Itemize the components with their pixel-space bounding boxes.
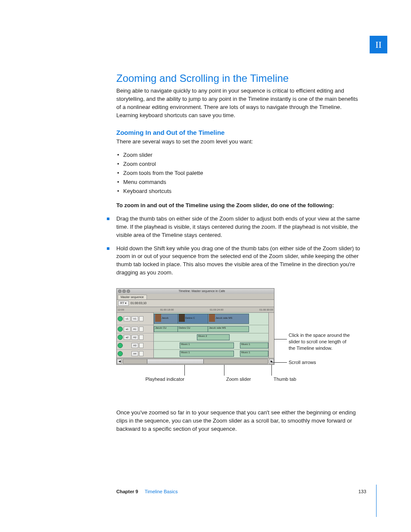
steps-list: Drag the thumb tabs on either side of th…: [106, 212, 364, 280]
audio-clip[interactable]: Jacob side MS: [208, 326, 249, 332]
step-item: Drag the thumb tabs on either side of th…: [106, 212, 364, 242]
audio-clip[interactable]: Music 1: [240, 342, 268, 348]
track-dest-a2[interactable]: A2: [131, 335, 138, 340]
vertical-scroll[interactable]: [269, 313, 274, 358]
audio-clip[interactable]: Jacob CU: [154, 326, 180, 332]
track-source-a2[interactable]: a2: [124, 335, 131, 340]
callout-leader: [271, 365, 272, 376]
timeline-toolbar: RT ▾ 01:00:03;10: [117, 300, 274, 307]
chapter-title: Timeline Basics: [145, 489, 178, 494]
rt-menu[interactable]: RT ▾: [118, 301, 129, 306]
audio-clip[interactable]: Music 1: [180, 351, 234, 357]
scroll-right-arrow[interactable]: ▶: [269, 359, 274, 364]
close-icon[interactable]: [118, 289, 121, 293]
track-header-a4[interactable]: A4: [117, 350, 153, 358]
visibility-toggle[interactable]: [118, 351, 123, 356]
lock-icon[interactable]: [139, 335, 143, 340]
side-rule: [376, 485, 377, 517]
list-item: Menu commands: [117, 177, 364, 187]
track-dest-a1[interactable]: A1: [131, 327, 138, 332]
audio-lane-a3[interactable]: Music 1 Music 1: [154, 342, 268, 350]
callout-leader: [274, 339, 287, 339]
titlebar: Timeline: Master sequence in Cafe: [117, 289, 274, 294]
audio-clip[interactable]: Music 2: [197, 334, 230, 340]
audio-lane-a2[interactable]: Music 2: [154, 333, 268, 342]
subheading: Zooming In and Out of the Timeline: [116, 129, 364, 136]
video-clip[interactable]: Jacob: [154, 314, 180, 324]
ruler-tick: 12:00: [118, 308, 124, 311]
audio-clip[interactable]: Music 1: [180, 342, 234, 348]
timeline-window: Timeline: Master sequence in Cafe Master…: [116, 288, 274, 365]
zoom-slider-track[interactable]: [123, 359, 268, 364]
time-ruler[interactable]: 12:00 01:00:18:00 01:00:24:00 01:00:30:0…: [117, 307, 274, 313]
track-header-a1[interactable]: a1 A1: [117, 325, 153, 333]
zoom-methods-list: Zoom slider Zoom control Zoom tools from…: [117, 150, 364, 196]
section-tab: II: [370, 36, 387, 53]
track-dest-a4[interactable]: A4: [131, 351, 138, 356]
audio-lane-a1[interactable]: Jacob CU Debra CU Jacob side MS: [154, 325, 268, 333]
callout-label: Thumb tab: [274, 376, 296, 382]
page-title: Zooming and Scrolling in the Timeline: [116, 72, 364, 84]
page-footer: Chapter 9 Timeline Basics 133: [116, 489, 366, 494]
video-lane-v1[interactable]: Jacob Debra C Jacob side MS: [154, 313, 268, 325]
list-item: Zoom control: [117, 159, 364, 168]
timecode-display[interactable]: 01:00:03;10: [131, 302, 146, 305]
track-source-a1[interactable]: a1: [124, 327, 131, 332]
list-item: Zoom tools from the Tool palette: [117, 168, 364, 177]
list-item: Keyboard shortcuts: [117, 187, 364, 196]
visibility-toggle[interactable]: [118, 316, 123, 321]
zoom-icon[interactable]: [127, 289, 130, 293]
lock-icon[interactable]: [139, 327, 143, 332]
audio-lane-a4[interactable]: Music 1 Music 1: [154, 350, 268, 358]
ruler-tick: 01:00:30:00: [259, 308, 273, 311]
clip-area[interactable]: Jacob Debra C Jacob side MS Jacob CU Deb…: [154, 313, 269, 358]
scroll-left-arrow[interactable]: ◀: [117, 359, 122, 364]
sequence-tab[interactable]: Master sequence: [118, 295, 147, 299]
audio-clip[interactable]: Music 1: [240, 351, 268, 357]
minimize-icon[interactable]: [122, 289, 126, 293]
callout-text: Scroll arrows: [289, 359, 353, 366]
audio-clip[interactable]: Debra CU: [177, 326, 210, 332]
track-header-v1[interactable]: v1 V1: [117, 313, 153, 325]
callout-leader: [224, 365, 224, 376]
timeline-bottom-bar: ◀ ▶: [117, 358, 274, 364]
video-clip[interactable]: Debra C: [177, 314, 210, 324]
track-source-v1[interactable]: v1: [124, 316, 131, 321]
callout-text: Click in the space around the slider to …: [289, 332, 353, 352]
track-dest-v1[interactable]: V1: [131, 316, 138, 321]
callout-label: Zoom slider: [226, 376, 251, 382]
timeline-figure: Timeline: Master sequence in Cafe Master…: [116, 288, 364, 404]
instruction-heading: To zoom in and out of the Timeline using…: [116, 202, 364, 210]
lock-icon[interactable]: [139, 343, 143, 348]
list-item: Zoom slider: [117, 150, 364, 159]
sub-intro: There are several ways to set the zoom l…: [116, 138, 364, 146]
chapter-label: Chapter 9: [116, 489, 138, 494]
track-dest-a3[interactable]: A3: [131, 343, 138, 348]
track-header-a2[interactable]: a2 A2: [117, 333, 153, 342]
window-title: Timeline: Master sequence in Cafe: [131, 289, 273, 292]
lock-icon[interactable]: [139, 351, 143, 356]
visibility-toggle[interactable]: [118, 343, 123, 348]
zoom-slider-thumb[interactable]: [147, 359, 204, 364]
outro-text: Once you've zoomed so far in to your seq…: [116, 409, 364, 433]
video-clip[interactable]: Jacob side MS: [208, 314, 249, 324]
callout-leader: [271, 362, 287, 363]
step-item: Hold down the Shift key while you drag o…: [106, 242, 364, 280]
intro-text: Being able to navigate quickly to any po…: [116, 87, 364, 119]
sequence-tab-row: Master sequence: [117, 294, 274, 300]
lock-icon[interactable]: [139, 316, 143, 321]
callout-leader: [184, 365, 185, 376]
track-header-a3[interactable]: A3: [117, 342, 153, 350]
track-header-column: v1 V1 a1 A1 a2 A2: [117, 313, 154, 358]
ruler-tick: 01:00:18:00: [160, 308, 174, 311]
ruler-tick: 01:00:24:00: [210, 308, 224, 311]
page-number: 133: [358, 489, 366, 494]
visibility-toggle[interactable]: [118, 335, 123, 340]
callout-label: Playhead indicator: [141, 376, 184, 382]
visibility-toggle[interactable]: [118, 327, 123, 332]
